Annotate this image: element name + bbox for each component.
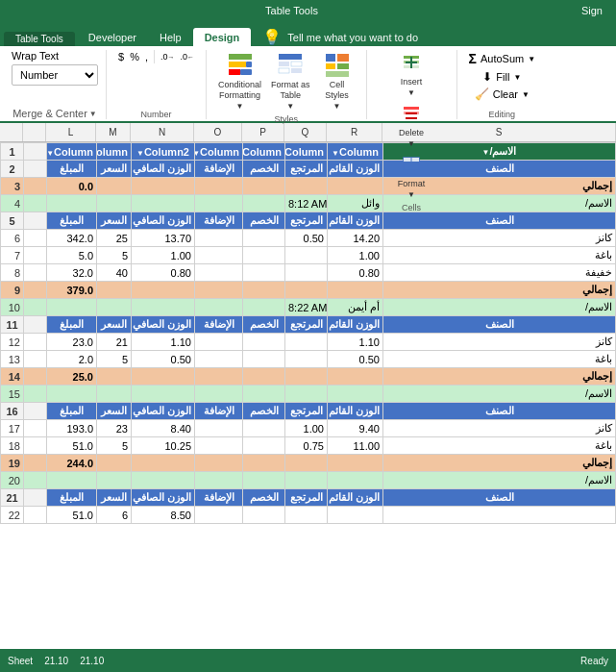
rn-3: 3: [1, 178, 24, 195]
clear-chevron: ▼: [522, 90, 530, 99]
data-row-1-2: 7 5.0 5 1.00 1.00 باغة: [1, 247, 616, 264]
clear-icon: 🧹: [475, 87, 489, 101]
format-btn[interactable]: Format ▼: [394, 152, 430, 201]
rn-extra-3: [24, 178, 47, 195]
col-headers: L M N O P Q R S: [0, 123, 616, 142]
rn-21: 21: [1, 489, 24, 507]
hdr-L[interactable]: Column▼: [47, 143, 97, 161]
merge-center-row[interactable]: Merge & Center ▼: [12, 108, 97, 119]
col-header-M[interactable]: M: [96, 123, 131, 141]
col-header-N[interactable]: N: [131, 123, 194, 141]
data-row-3-2: 18 51.0 5 10.25 0.75 11.00 باغة: [1, 437, 616, 455]
rn-6: 6: [1, 230, 24, 247]
name-label-4: الاسم/: [383, 472, 616, 489]
time-2: 8:22 AM: [285, 299, 328, 316]
cell-styles-label: Cell Styles: [325, 80, 349, 101]
status-sheet-label[interactable]: Sheet: [8, 656, 33, 666]
decimal-increase-btn[interactable]: .0→: [159, 51, 177, 62]
time-1: 8:12 AM: [285, 195, 328, 212]
decimal-decrease-btn[interactable]: .0←: [178, 51, 196, 62]
clear-btn[interactable]: 🧹 Clear ▼: [471, 87, 533, 102]
number-format-dropdown[interactable]: Number: [12, 64, 98, 86]
rn-extra-1: [24, 143, 47, 161]
name-header-4: 20 الاسم/: [1, 472, 616, 489]
fill-chevron: ▼: [513, 73, 521, 82]
rn-5: 5: [1, 212, 24, 230]
name-header-1: 4 8:12 AM وائل الاسم/: [1, 195, 616, 212]
svg-rect-22: [406, 112, 417, 114]
spreadsheet: 1 Column▼ Column▼ Column2▼ Column▼ Colum…: [0, 142, 616, 618]
tab-design[interactable]: Design: [193, 28, 252, 46]
conditional-formatting-icon: [227, 52, 254, 79]
lbl-R: الوزن القائم: [328, 161, 383, 178]
autosum-btn[interactable]: Σ AutoSum ▼: [465, 50, 540, 67]
col-header-P[interactable]: P: [242, 123, 284, 141]
alignment-group: Wrap Text Number Merge & Center ▼: [8, 50, 107, 119]
rn-10: 10: [1, 299, 24, 316]
sheet-table: 1 Column▼ Column▼ Column2▼ Column▼ Colum…: [0, 142, 616, 524]
hdr-R[interactable]: Column▼: [328, 143, 383, 161]
rn-22: 22: [1, 507, 24, 524]
fill-btn[interactable]: ⬇ Fill ▼: [479, 69, 525, 85]
conditional-formatting-btn[interactable]: Conditional Formatting ▼: [214, 50, 265, 112]
cell-styles-btn[interactable]: Cell Styles ▼: [316, 50, 358, 112]
percent-btn[interactable]: %: [128, 50, 141, 63]
svg-rect-20: [404, 107, 419, 110]
col-header-L[interactable]: L: [46, 123, 96, 141]
hdr-N[interactable]: Column2▼: [132, 143, 195, 161]
rn-19: 19: [1, 455, 24, 472]
name-label-3: الاسم/: [383, 386, 616, 403]
col-header-S[interactable]: S: [382, 123, 616, 141]
number-group: $ % , .0→ .0← Number: [111, 50, 207, 119]
styles-group: Conditional Formatting ▼ Format as Table…: [210, 50, 367, 119]
hdr-P[interactable]: Column▼: [243, 143, 285, 161]
table-filter-header: 1 Column▼ Column▼ Column2▼ Column▼ Colum…: [1, 143, 616, 161]
rn-20: 20: [1, 472, 24, 489]
data-row-3-1: 17 193.0 23 8.40 1.00 9.40 كانز: [1, 420, 616, 437]
editing-group-label: Editing: [489, 108, 516, 119]
rn-extra-2: [24, 161, 47, 178]
rn-2: 2: [1, 161, 24, 178]
format-as-table-btn[interactable]: Format as Table ▼: [267, 50, 314, 112]
col-header-extra: [23, 123, 46, 141]
tab-developer[interactable]: Developer: [77, 28, 148, 46]
data-row-1-1: 6 342.0 25 13.70 0.50 14.20 كانز: [1, 230, 616, 247]
data-row-2-1: 12 23.0 21 1.10 1.10 كانز: [1, 334, 616, 351]
hdr-Q[interactable]: Column▼: [285, 143, 328, 161]
svg-rect-13: [337, 63, 349, 69]
name-header-2: 10 8:22 AM أم أيمن الاسم/: [1, 299, 616, 316]
col-header-O[interactable]: O: [194, 123, 242, 141]
editing-group: Σ AutoSum ▼ ⬇ Fill ▼ 🧹 Clear ▼ Editing: [461, 50, 548, 119]
hdr-O[interactable]: Column▼: [195, 143, 243, 161]
rn-extra-4: [24, 195, 47, 212]
signin-btn[interactable]: Sign: [576, 5, 608, 16]
comma-btn[interactable]: ,: [143, 50, 150, 63]
name-2: أم أيمن: [328, 299, 383, 316]
alignment-group-label: Merge & Center ▼: [12, 106, 97, 119]
fill-icon: ⬇: [482, 70, 492, 84]
col-header-R[interactable]: R: [327, 123, 382, 141]
wrap-text-row: Wrap Text: [12, 50, 59, 62]
merge-center-chevron: ▼: [89, 110, 97, 118]
tell-me-text[interactable]: Tell me what you want to do: [287, 32, 418, 43]
currency-btn[interactable]: $: [116, 50, 126, 63]
lbl-N: الوزن الصافي: [132, 161, 195, 178]
rn-1: 1: [1, 143, 24, 161]
number-format-top: Number: [12, 64, 98, 86]
svg-rect-19: [406, 62, 417, 63]
name-1: وائل: [328, 195, 383, 212]
svg-rect-12: [326, 63, 335, 69]
svg-rect-5: [279, 54, 302, 60]
rn-9: 9: [1, 282, 24, 299]
autosum-chevron: ▼: [528, 55, 535, 63]
insert-btn[interactable]: Insert ▼: [394, 50, 429, 99]
tab-help[interactable]: Help: [148, 28, 193, 46]
format-chevron: ▼: [407, 190, 415, 199]
svg-rect-2: [229, 69, 240, 75]
lbl-L: المبلغ: [47, 161, 97, 178]
format-as-table-label: Format as Table: [271, 80, 310, 101]
subtotal-row-3: 19 244.0 إجمالي: [1, 455, 616, 472]
status-bar: Sheet 21.10 21.10 Ready: [0, 649, 616, 672]
col-header-Q[interactable]: Q: [284, 123, 327, 141]
hdr-M[interactable]: Column▼: [97, 143, 132, 161]
